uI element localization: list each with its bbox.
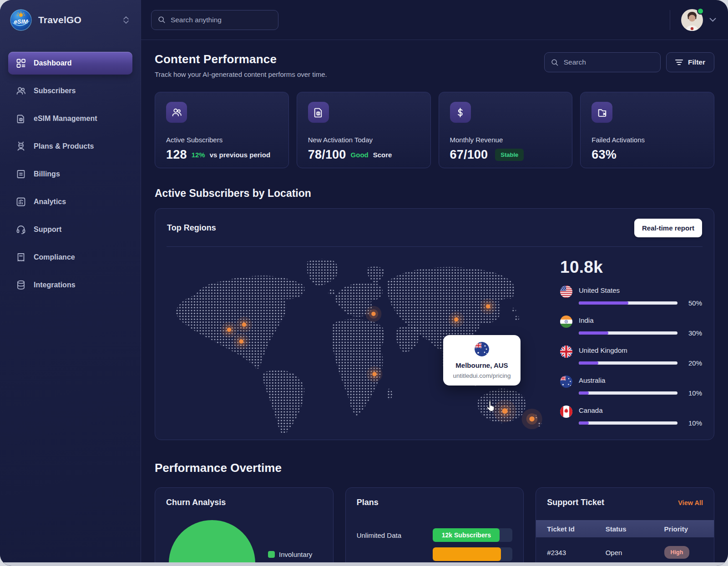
country-name: United Kingdom <box>579 346 702 354</box>
chevron-down-icon[interactable] <box>709 18 716 22</box>
sidebar-item-billings[interactable]: Billings <box>8 163 132 185</box>
india-flag-icon <box>560 316 572 328</box>
sidebar-item-integrations[interactable]: Integrations <box>8 274 132 296</box>
stat-card-active-subscribers: Active Subscribers 128 12% vs previous p… <box>155 92 289 168</box>
sidebar-item-dashboard[interactable]: Dashboard <box>8 52 132 75</box>
us-flag-icon <box>560 286 572 298</box>
page-subtitle: Track how your AI-generated content perf… <box>155 70 327 78</box>
filter-button[interactable]: Filter <box>666 52 714 72</box>
sidebar-item-label: Dashboard <box>34 59 72 67</box>
performance-section-title: Performance Overtime <box>155 461 714 475</box>
view-all-link[interactable]: View All <box>678 499 703 506</box>
tooltip-city: Melbourne, AUS <box>448 361 516 369</box>
ticket-row[interactable]: #2343 Open High <box>536 537 714 566</box>
sidebar-item-subscribers[interactable]: Subscribers <box>8 80 132 102</box>
stat-label: New Activation Today <box>308 136 420 144</box>
australia-flag-icon <box>560 376 572 388</box>
cursor-pointer-icon <box>485 401 495 414</box>
topbar-divider <box>670 10 670 30</box>
sidebar-item-esim-management[interactable]: eSIM Management <box>8 107 132 130</box>
stat-label: Failed Activations <box>592 136 703 144</box>
country-name: United States <box>579 286 702 294</box>
robot-icon <box>15 141 26 152</box>
plan-row-unlimited: Unlimited Data 12k Subscribers <box>357 528 513 542</box>
country-pct: 10% <box>684 389 702 397</box>
stat-label: Active Subscribers <box>166 136 278 144</box>
top-regions-card: Top Regions Real-time report <box>155 208 714 440</box>
country-name: India <box>579 316 702 324</box>
sidebar-collapse-chevrons[interactable] <box>123 16 131 24</box>
sidebar-item-label: Subscribers <box>34 87 76 95</box>
compliance-icon <box>15 252 26 263</box>
col-priority: Priority <box>664 525 714 533</box>
churn-analysis-card: Churn Analysis 55% Involuntary <box>155 487 334 566</box>
plan-name: Unlimited Data <box>357 531 401 539</box>
sidebar-item-support[interactable]: Support <box>8 218 132 241</box>
sidebar-item-label: Billings <box>34 170 60 178</box>
search-icon <box>551 58 559 67</box>
content-search[interactable] <box>544 52 661 72</box>
sidebar-nav: Dashboard Subscribers eSIM Management Pl… <box>0 40 141 296</box>
content: Content Performance Track how your AI-ge… <box>141 52 728 566</box>
stat-value: 78/100 <box>308 148 346 162</box>
app-window: eSIM TravelGO Dashboard Subscribers <box>0 0 728 566</box>
country-row-uk: United Kingdom 20% <box>560 346 702 367</box>
stat-card-new-activation: New Activation Today 78/100 Good Score <box>297 92 431 168</box>
sidebar-item-label: Support <box>34 225 61 234</box>
topbar <box>141 0 728 40</box>
global-search-input[interactable] <box>171 16 272 24</box>
stat-card-failed-activations: Failed Activations 63% <box>580 92 714 168</box>
country-pct: 30% <box>684 329 702 337</box>
plan-progress: 12k Subscribers <box>433 528 512 542</box>
plans-title: Plans <box>357 498 513 507</box>
sidebar-item-plans-products[interactable]: Plans & Products <box>8 135 132 158</box>
filter-label: Filter <box>688 58 705 66</box>
stat-delta-suffix: Score <box>373 151 392 159</box>
sidebar: eSIM TravelGO Dashboard Subscribers <box>0 0 141 566</box>
dollar-icon <box>450 102 471 123</box>
stable-badge: Stable <box>495 149 524 161</box>
sim-icon <box>308 102 329 123</box>
sidebar-item-compliance[interactable]: Compliance <box>8 246 132 269</box>
main-area: Content Performance Track how your AI-ge… <box>141 0 728 566</box>
stat-value: 63% <box>592 148 617 162</box>
database-icon <box>15 280 26 291</box>
country-name: Australia <box>579 376 702 384</box>
bottom-cards-row: Churn Analysis 55% Involuntary Plans <box>155 487 714 566</box>
support-title: Support Ticket <box>547 498 604 507</box>
australia-flag-icon <box>475 342 489 356</box>
sidebar-item-label: Integrations <box>34 281 76 289</box>
churn-pie: 55% <box>169 520 255 566</box>
sidebar-item-label: Analytics <box>34 198 66 206</box>
location-section-title: Active Subscribers by Location <box>155 187 714 200</box>
global-search[interactable] <box>151 10 278 30</box>
country-progress <box>579 391 677 395</box>
stat-delta: 12% <box>192 151 205 159</box>
country-progress <box>579 301 677 305</box>
avatar[interactable] <box>681 9 703 31</box>
support-ticket-card: Support Ticket View All Ticket Id Status… <box>536 487 714 566</box>
legend-swatch-green <box>268 551 275 558</box>
ticket-table-header: Ticket Id Status Priority <box>536 520 714 537</box>
col-status: Status <box>606 525 664 533</box>
country-pct: 10% <box>684 419 702 427</box>
user-menu[interactable] <box>670 9 716 31</box>
country-row-australia: Australia 10% <box>560 376 702 397</box>
content-search-input[interactable] <box>564 58 654 66</box>
brand-name: TravelGO <box>38 15 117 25</box>
plan-badge: 12k Subscribers <box>433 528 500 542</box>
plan-badge <box>433 547 501 561</box>
users-icon <box>166 102 187 123</box>
stats-row: Active Subscribers 128 12% vs previous p… <box>155 92 714 168</box>
ticket-id: #2343 <box>536 549 605 556</box>
plan-progress <box>433 547 512 561</box>
realtime-report-button[interactable]: Real-time report <box>634 219 702 237</box>
plans-card: Plans Unlimited Data 12k Subscribers <box>345 487 524 566</box>
ticket-status: Open <box>606 549 664 556</box>
country-row-india: India 30% <box>560 316 702 337</box>
stat-label: Monthly Revenue <box>450 136 561 144</box>
sidebar-item-analytics[interactable]: Analytics <box>8 190 132 213</box>
sidebar-item-label: Compliance <box>34 253 75 261</box>
priority-badge: High <box>664 546 690 559</box>
col-ticket-id: Ticket Id <box>536 525 605 533</box>
